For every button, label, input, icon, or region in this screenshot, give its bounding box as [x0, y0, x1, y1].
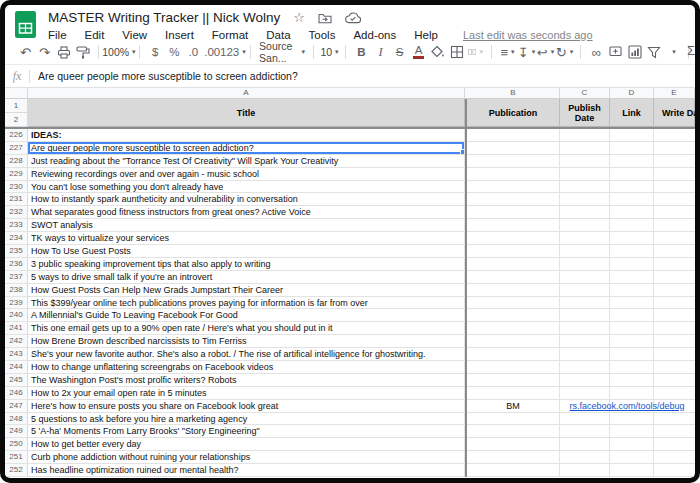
- cell-title[interactable]: TK ways to virtualize your services: [28, 232, 465, 245]
- cell-publication[interactable]: [467, 232, 560, 245]
- row-number[interactable]: 227: [5, 142, 28, 155]
- cell-title[interactable]: Curb phone addiction without ruining you…: [28, 451, 465, 464]
- row-number[interactable]: 229: [5, 168, 28, 181]
- cell-publication[interactable]: [467, 271, 560, 284]
- cell-publication[interactable]: [467, 129, 560, 142]
- cell-link[interactable]: [610, 284, 654, 297]
- cell-write-date[interactable]: [654, 193, 695, 206]
- cell-publication[interactable]: [467, 322, 560, 335]
- cell-write-date[interactable]: [654, 155, 695, 168]
- cell-title[interactable]: 5 ways to drive small talk if you're an …: [28, 271, 465, 284]
- cell-publish-date[interactable]: [560, 142, 610, 155]
- cell-link[interactable]: [610, 348, 654, 361]
- cell-publish-date[interactable]: [560, 374, 610, 387]
- row-number[interactable]: 230: [5, 181, 28, 194]
- cell-write-date[interactable]: [654, 168, 695, 181]
- italic-button[interactable]: I: [371, 41, 390, 63]
- cell-publication[interactable]: [467, 451, 560, 464]
- cell-publication[interactable]: [467, 387, 560, 400]
- cell-publication[interactable]: [467, 438, 560, 451]
- header-link[interactable]: Link: [610, 99, 654, 127]
- row-number[interactable]: 244: [5, 361, 28, 374]
- cell-link[interactable]: [610, 464, 654, 477]
- insert-chart-button[interactable]: [625, 41, 644, 63]
- row-number[interactable]: 237: [5, 271, 28, 284]
- cell-publish-date[interactable]: [560, 464, 610, 477]
- cell-publish-date[interactable]: [560, 232, 610, 245]
- format-percent-button[interactable]: %: [165, 41, 184, 63]
- column-header-c[interactable]: C: [560, 88, 610, 99]
- cell-publish-date[interactable]: [560, 387, 610, 400]
- sheets-logo-icon[interactable]: [14, 10, 37, 39]
- undo-button[interactable]: ↶: [16, 41, 35, 63]
- cell-publication[interactable]: BM: [467, 400, 560, 413]
- cell-publish-date[interactable]: [560, 425, 610, 438]
- decrease-decimal-button[interactable]: .0: [184, 41, 203, 63]
- fill-color-button[interactable]: [428, 41, 447, 63]
- insert-link-button[interactable]: ∞: [587, 41, 606, 63]
- cell-publication[interactable]: [467, 464, 560, 477]
- header-write-date[interactable]: Write Date a: [654, 99, 695, 127]
- functions-button[interactable]: Σ: [687, 43, 695, 58]
- cell-publish-date[interactable]: [560, 284, 610, 297]
- cell-link[interactable]: [610, 361, 654, 374]
- cell-title[interactable]: How to 2x your email open rate in 5 minu…: [28, 387, 465, 400]
- cell-link[interactable]: [610, 309, 654, 322]
- move-to-folder-icon[interactable]: [318, 12, 332, 24]
- cell-publish-date[interactable]: [560, 348, 610, 361]
- row-number[interactable]: 236: [5, 258, 28, 271]
- cell-publish-date[interactable]: [560, 309, 610, 322]
- redo-button[interactable]: ↷: [35, 41, 54, 63]
- last-edit-link[interactable]: Last edit was seconds ago: [463, 29, 593, 41]
- row-number[interactable]: 226: [5, 129, 28, 142]
- cell-publish-date[interactable]: [560, 335, 610, 348]
- horizontal-align-button[interactable]: ≡▾: [498, 41, 517, 63]
- column-header-e[interactable]: E: [654, 88, 695, 99]
- cell-publish-date[interactable]: [560, 155, 610, 168]
- cell-publish-date[interactable]: [560, 181, 610, 194]
- header-title[interactable]: Title: [28, 99, 465, 127]
- more-formats-button[interactable]: 123▾: [222, 41, 244, 63]
- row-number[interactable]: 250: [5, 438, 28, 451]
- cell-link[interactable]: [610, 129, 654, 142]
- cell-publish-date[interactable]: [560, 245, 610, 258]
- cell-title[interactable]: The Washington Post's most prolfic write…: [28, 374, 465, 387]
- menu-tools[interactable]: Tools: [300, 29, 345, 41]
- cell-link[interactable]: [610, 258, 654, 271]
- cell-write-date[interactable]: [654, 129, 695, 142]
- menu-add-ons[interactable]: Add-ons: [344, 29, 405, 41]
- cell-publication[interactable]: [467, 168, 560, 181]
- cell-link[interactable]: [610, 374, 654, 387]
- filter-views-dropdown[interactable]: ▾: [663, 41, 682, 63]
- document-title[interactable]: MASTER Writing Tracker || Nick Wolny: [48, 10, 280, 25]
- cell-title[interactable]: Here's how to ensure posts you share on …: [28, 400, 465, 413]
- cell-link[interactable]: [610, 297, 654, 310]
- cell-publish-date[interactable]: [560, 219, 610, 232]
- select-all-corner[interactable]: [5, 88, 28, 99]
- cell-write-date[interactable]: [654, 374, 695, 387]
- star-icon[interactable]: ☆: [293, 11, 305, 24]
- cell-publication[interactable]: [467, 219, 560, 232]
- row-number[interactable]: 243: [5, 348, 28, 361]
- cell-link[interactable]: [610, 451, 654, 464]
- cell-title[interactable]: How to get better every day: [28, 438, 465, 451]
- cell-publish-date[interactable]: [560, 451, 610, 464]
- cell-title[interactable]: How Guest Posts Can Help New Grads Jumps…: [28, 284, 465, 297]
- cell-publication[interactable]: [467, 297, 560, 310]
- cell-title[interactable]: 3 public speaking improvement tips that …: [28, 258, 465, 271]
- cell-publication[interactable]: [467, 284, 560, 297]
- cell-publication[interactable]: [467, 155, 560, 168]
- cloud-saved-icon[interactable]: [345, 12, 361, 24]
- cell-publication[interactable]: [467, 206, 560, 219]
- font-family-select[interactable]: Source San...▾: [257, 41, 307, 63]
- cell-write-date[interactable]: [654, 322, 695, 335]
- menu-help[interactable]: Help: [405, 29, 447, 41]
- font-size-select[interactable]: 10▾: [320, 41, 339, 63]
- cell-write-date[interactable]: [654, 271, 695, 284]
- cell-write-date[interactable]: [654, 425, 695, 438]
- cell-write-date[interactable]: [654, 206, 695, 219]
- insert-comment-button[interactable]: [606, 41, 625, 63]
- format-currency-button[interactable]: $: [146, 41, 165, 63]
- vertical-align-button[interactable]: ↧▾: [517, 41, 536, 63]
- cell-title[interactable]: How to change unflattering screengrabs o…: [28, 361, 465, 374]
